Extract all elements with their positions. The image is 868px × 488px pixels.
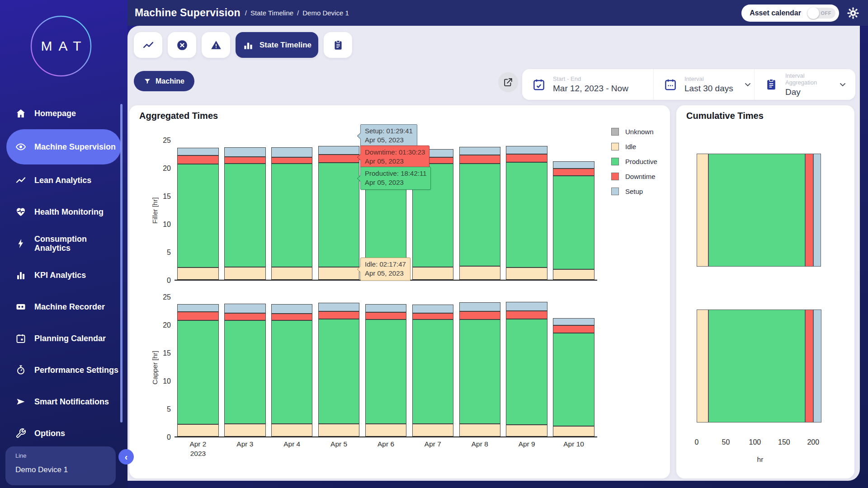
- bar-segment-idle[interactable]: [224, 424, 265, 436]
- bar-segment-downtime[interactable]: [224, 157, 265, 164]
- toggle-switch[interactable]: OFF: [807, 8, 835, 19]
- tab-clipboard[interactable]: [324, 32, 352, 58]
- app-logo[interactable]: MAT: [29, 14, 93, 78]
- sidebar-item-health-monitoring[interactable]: Health Monitoring: [0, 196, 127, 228]
- sidebar-item-smart-notifications[interactable]: Smart Notifications: [0, 386, 127, 418]
- bar-segment-downtime[interactable]: [318, 155, 359, 163]
- bar-segment-setup[interactable]: [177, 304, 218, 312]
- bar-segment-idle[interactable]: [365, 424, 406, 436]
- cumulative-segment-idle[interactable]: [697, 154, 708, 267]
- bar-segment-productive[interactable]: [224, 320, 265, 424]
- sidebar-item-kpi-analytics[interactable]: KPI Analytics: [0, 259, 127, 291]
- bar-segment-productive[interactable]: [271, 164, 312, 267]
- sidebar-item-machine-recorder[interactable]: Machine Recorder: [0, 291, 127, 323]
- stacked-bar[interactable]: [506, 141, 547, 280]
- bar-segment-idle[interactable]: [506, 425, 547, 436]
- sidebar-item-performance-settings[interactable]: Performance Settings: [0, 354, 127, 386]
- bar-segment-downtime[interactable]: [506, 154, 547, 162]
- stacked-bar[interactable]: [412, 297, 453, 436]
- bar-segment-idle[interactable]: [459, 424, 500, 436]
- bar-segment-setup[interactable]: [224, 147, 265, 157]
- bar-segment-setup[interactable]: [318, 303, 359, 311]
- bar-segment-productive[interactable]: [459, 319, 500, 423]
- machine-filter-button[interactable]: Machine: [134, 71, 194, 91]
- bar-segment-productive[interactable]: [506, 162, 547, 267]
- device-card[interactable]: Line Demo Device 1: [5, 446, 116, 485]
- sidebar-item-machine-supervision[interactable]: Machine Supervision: [6, 129, 121, 164]
- bar-segment-downtime[interactable]: [553, 325, 594, 333]
- bar-segment-productive[interactable]: [553, 333, 594, 426]
- stacked-bar[interactable]: [459, 297, 500, 436]
- bar-segment-setup[interactable]: [271, 147, 312, 157]
- bar-segment-downtime[interactable]: [459, 155, 500, 163]
- bar-segment-downtime[interactable]: [318, 311, 359, 319]
- interval-select[interactable]: Interval Last 30 days: [653, 69, 754, 100]
- bar-segment-idle[interactable]: [318, 267, 359, 280]
- tab-x-circle[interactable]: [168, 32, 196, 58]
- cumulative-segment-idle[interactable]: [697, 310, 708, 422]
- cumulative-segment-downtime[interactable]: [805, 310, 813, 422]
- bar-segment-productive[interactable]: [412, 319, 453, 423]
- cumulative-segment-downtime[interactable]: [805, 154, 813, 267]
- bar-segment-setup[interactable]: [412, 305, 453, 313]
- cumulative-segment-setup[interactable]: [813, 154, 821, 267]
- bar-segment-downtime[interactable]: [177, 155, 218, 164]
- sidebar-item-options[interactable]: Options: [0, 418, 127, 449]
- bar-segment-setup[interactable]: [553, 318, 594, 325]
- bar-segment-idle[interactable]: [506, 267, 547, 280]
- stacked-bar[interactable]: [177, 141, 218, 280]
- bar-segment-idle[interactable]: [553, 269, 594, 280]
- bar-segment-idle[interactable]: [412, 267, 453, 280]
- cumulative-segment-setup[interactable]: [813, 310, 821, 422]
- bar-segment-idle[interactable]: [553, 426, 594, 436]
- cumulative-bar-filler[interactable]: [697, 154, 824, 267]
- bar-segment-idle[interactable]: [459, 266, 500, 280]
- bar-segment-setup[interactable]: [271, 304, 312, 314]
- bar-segment-setup[interactable]: [553, 161, 594, 169]
- bar-segment-setup[interactable]: [506, 146, 547, 154]
- sidebar-item-homepage[interactable]: Homepage: [0, 98, 127, 129]
- bar-segment-productive[interactable]: [177, 164, 218, 267]
- bar-segment-downtime[interactable]: [224, 313, 265, 320]
- tab-state-timeline[interactable]: State Timeline: [236, 32, 318, 58]
- export-button[interactable]: [498, 72, 518, 92]
- breadcrumb-item[interactable]: Demo Device 1: [302, 9, 349, 17]
- bar-segment-downtime[interactable]: [271, 157, 312, 164]
- bar-segment-idle[interactable]: [224, 267, 265, 280]
- sidebar-item-lean-analytics[interactable]: Lean Analytics: [0, 164, 127, 196]
- stacked-bar[interactable]: [318, 297, 359, 436]
- stacked-bar[interactable]: [506, 297, 547, 436]
- bar-segment-productive[interactable]: [553, 176, 594, 269]
- tab-warning[interactable]: [202, 32, 230, 58]
- breadcrumb-item[interactable]: State Timeline: [250, 9, 293, 17]
- stacked-bar[interactable]: [271, 297, 312, 436]
- stacked-bar[interactable]: [224, 297, 265, 436]
- bar-segment-setup[interactable]: [365, 304, 406, 312]
- bar-segment-setup[interactable]: [318, 146, 359, 154]
- stacked-bar[interactable]: [553, 297, 594, 436]
- bar-segment-productive[interactable]: [459, 164, 500, 267]
- bar-segment-idle[interactable]: [177, 424, 218, 436]
- bar-segment-productive[interactable]: [318, 319, 359, 424]
- bar-segment-productive[interactable]: [365, 319, 406, 423]
- sidebar-item-planning-calendar[interactable]: Planning Calendar: [0, 323, 127, 354]
- stacked-bar[interactable]: [553, 141, 594, 280]
- cumulative-segment-productive[interactable]: [708, 310, 805, 422]
- tab-trend[interactable]: [134, 32, 162, 58]
- bar-segment-idle[interactable]: [271, 424, 312, 436]
- bar-segment-downtime[interactable]: [459, 311, 500, 319]
- bar-segment-downtime[interactable]: [553, 169, 594, 176]
- bar-segment-idle[interactable]: [177, 267, 218, 280]
- bar-segment-setup[interactable]: [459, 302, 500, 311]
- bar-segment-productive[interactable]: [318, 163, 359, 267]
- sidebar-scrollbar[interactable]: [120, 104, 123, 422]
- bar-segment-downtime[interactable]: [271, 314, 312, 320]
- cumulative-bar-capper[interactable]: [697, 310, 824, 422]
- stacked-bar[interactable]: [459, 141, 500, 280]
- bar-segment-productive[interactable]: [224, 164, 265, 267]
- stacked-bar[interactable]: [271, 141, 312, 280]
- sidebar-item-consumption-analytics[interactable]: Consumption Analytics: [0, 228, 127, 259]
- stacked-bar[interactable]: [224, 141, 265, 280]
- settings-button[interactable]: [846, 5, 862, 21]
- bar-segment-downtime[interactable]: [412, 313, 453, 320]
